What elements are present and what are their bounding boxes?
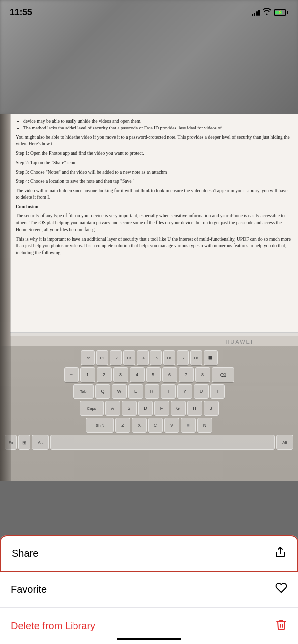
key-7: 7 (179, 367, 194, 382)
key-f: F (154, 401, 169, 416)
favorite-button[interactable]: Favorite (0, 572, 298, 608)
photo-area: device may be able to easily unhide the … (0, 114, 298, 481)
trash-icon (275, 619, 287, 634)
keyboard-row-zxcv: Shift Z X C V ■ N (5, 418, 293, 433)
share-icon (274, 546, 286, 561)
key-esc: Esc (81, 350, 95, 365)
keyboard-row-bottom: Fn ⊞ Alt Alt (5, 435, 293, 450)
key-2: 2 (97, 367, 112, 382)
keyboard-rows: Esc F1 F2 F3 F4 F5 F6 F7 F8 ⬛ ~ 1 2 3 4 … (0, 346, 298, 455)
key-z: Z (115, 418, 130, 433)
key-f6: F6 (163, 350, 175, 365)
keyboard-row-qwerty: Tab Q W E R T Y U I (5, 384, 293, 399)
key-n: N (197, 418, 212, 433)
key-x: X (132, 418, 147, 433)
key-g: G (171, 401, 186, 416)
status-icons: ⚡ (252, 8, 289, 16)
laptop-screen: device may be able to easily unhide the … (10, 114, 298, 332)
favorite-label: Favorite (11, 584, 47, 595)
wifi-icon (263, 8, 271, 16)
key-j: J (204, 401, 219, 416)
key-f5: F5 (150, 350, 162, 365)
key-h: H (187, 401, 202, 416)
signal-icon (252, 9, 260, 16)
key-4: 4 (130, 367, 145, 382)
side-shadow (0, 114, 11, 481)
key-tab: Tab (73, 384, 94, 399)
keyboard-row-numbers: ~ 1 2 3 4 5 6 7 8 ⌫ (5, 367, 293, 382)
key-alt-right: Alt (276, 435, 293, 450)
laptop-brand-area: HUAWEI (10, 336, 298, 347)
key-i: I (210, 384, 225, 399)
key-s: S (122, 401, 137, 416)
battery-icon: ⚡ (274, 9, 288, 16)
laptop-brand: HUAWEI (225, 339, 253, 345)
keyboard-row-fn: Esc F1 F2 F3 F4 F5 F6 F7 F8 ⬛ (5, 350, 293, 365)
key-y: Y (177, 384, 192, 399)
status-time: 11:55 (10, 7, 32, 18)
key-3: 3 (113, 367, 128, 382)
key-c: C (148, 418, 163, 433)
key-caps: Caps (80, 401, 104, 416)
key-backspace: ⌫ (212, 367, 234, 382)
keyboard-row-asdf: Caps A S D F G H J (5, 401, 293, 416)
key-space (50, 435, 275, 450)
key-f4: F4 (137, 350, 149, 365)
key-alt: Alt (32, 435, 49, 450)
key-v: V (164, 418, 179, 433)
key-u: U (194, 384, 209, 399)
key-8: 8 (195, 367, 210, 382)
key-b: ■ (181, 418, 196, 433)
key-6: 6 (162, 367, 177, 382)
key-backtick: ~ (64, 367, 79, 382)
key-f7: F7 (177, 350, 189, 365)
key-f8: F8 (190, 350, 202, 365)
share-button[interactable]: Share (0, 535, 298, 572)
laptop-keyboard: Esc F1 F2 F3 F4 F5 F6 F7 F8 ⬛ ~ 1 2 3 4 … (0, 346, 298, 481)
key-win: ⊞ (18, 435, 30, 450)
key-5: 5 (146, 367, 161, 382)
key-t: T (161, 384, 176, 399)
key-e: E (128, 384, 143, 399)
document-content: device may be able to easily unhide the … (10, 114, 298, 263)
key-f2: F2 (110, 350, 122, 365)
share-label: Share (12, 548, 38, 559)
key-w: W (112, 384, 127, 399)
key-f3: F3 (123, 350, 135, 365)
key-1: 1 (80, 367, 95, 382)
key-r: R (145, 384, 159, 399)
key-shift-left: Shift (86, 418, 114, 433)
key-f9: ⬛ (204, 350, 218, 365)
key-a: A (105, 401, 120, 416)
key-q: Q (95, 384, 110, 399)
bottom-sheet: Share Favorite Delete from Library (0, 535, 298, 644)
key-f1: F1 (96, 350, 108, 365)
key-d: D (138, 401, 153, 416)
status-bar: 11:55 ⚡ (0, 0, 298, 25)
heart-icon (275, 582, 287, 597)
home-indicator (117, 638, 181, 640)
delete-label: Delete from Library (11, 620, 95, 632)
